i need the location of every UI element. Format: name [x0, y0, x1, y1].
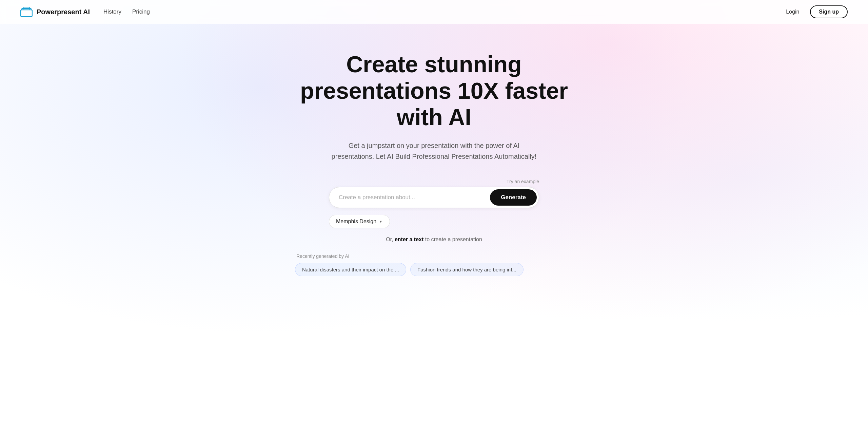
recently-label: Recently generated by AI	[295, 253, 573, 259]
chips-row: Natural disasters and their impact on th…	[295, 263, 573, 276]
logo[interactable]: Powerpresent AI	[20, 6, 90, 18]
login-button[interactable]: Login	[781, 6, 805, 18]
or-text: Or, enter a text to create a presentatio…	[386, 236, 482, 243]
search-bar: Generate	[329, 187, 539, 208]
nav-links: History Pricing	[103, 8, 150, 15]
navbar: Powerpresent AI History Pricing Login Si…	[0, 0, 868, 24]
svg-rect-2	[21, 10, 32, 17]
dropdown-area: Memphis Design ▾	[329, 215, 539, 228]
style-dropdown[interactable]: Memphis Design ▾	[329, 215, 390, 228]
chevron-down-icon: ▾	[380, 219, 382, 224]
chip-0[interactable]: Natural disasters and their impact on th…	[295, 263, 406, 276]
signup-button[interactable]: Sign up	[810, 5, 848, 18]
nav-right: Login Sign up	[781, 5, 848, 18]
chip-1[interactable]: Fashion trends and how they are being in…	[410, 263, 524, 276]
logo-label: Powerpresent AI	[37, 8, 90, 16]
search-area: Generate	[329, 187, 539, 208]
hero-title: Create stunning presentations 10X faster…	[281, 51, 587, 131]
hero-subtitle: Get a jumpstart on your presentation wit…	[329, 140, 539, 162]
main-content: Create stunning presentations 10X faster…	[0, 24, 868, 297]
nav-link-history[interactable]: History	[103, 8, 121, 15]
generate-button[interactable]: Generate	[490, 189, 537, 206]
try-example-label: Try an example	[507, 179, 539, 184]
logo-icon	[20, 6, 33, 18]
recently-generated: Recently generated by AI Natural disaste…	[295, 253, 573, 276]
dropdown-value: Memphis Design	[336, 219, 376, 225]
search-input[interactable]	[339, 191, 490, 204]
nav-link-pricing[interactable]: Pricing	[132, 8, 150, 15]
